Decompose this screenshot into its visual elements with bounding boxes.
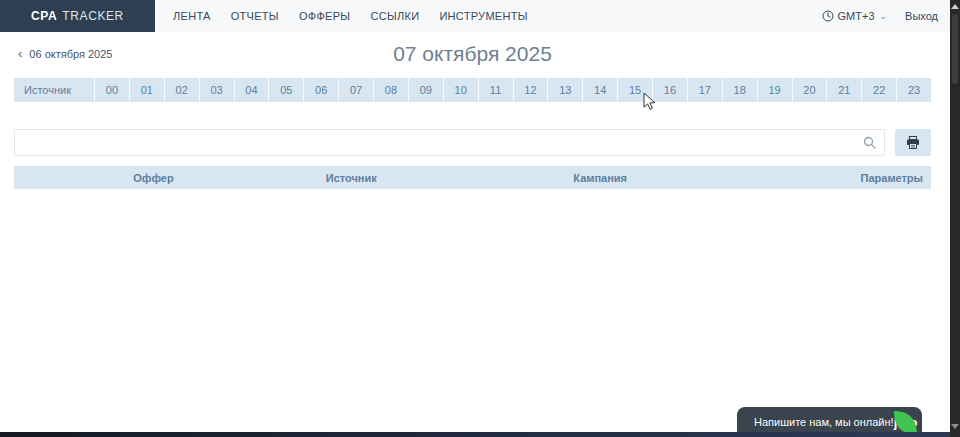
clock-icon [822,10,834,22]
nav-menu-item[interactable]: ССЫЛКИ [360,10,429,22]
hour-cell[interactable]: 16 [652,78,687,102]
hour-cell[interactable]: 12 [513,78,548,102]
table-column-header: Параметры [839,172,931,184]
table-column-header: Источник [326,172,574,184]
page-title: 07 октября 2025 [14,32,931,66]
main-content: ‹ 06 октября 2025 07 октября 2025 Источн… [14,32,931,189]
scrollbar-thumb[interactable] [952,14,958,84]
nav-right-group: GMT+3 ⌄ Выход [822,0,950,32]
timezone-selector[interactable]: GMT+3 ⌄ [822,10,888,22]
hour-cell[interactable]: 07 [338,78,373,102]
hour-cell[interactable]: 21 [826,78,861,102]
top-navigation-bar: CPA TRACKER ЛЕНТАОТЧЕТЫОФФЕРЫССЫЛКИИНСТР… [0,0,950,32]
hour-cell[interactable]: 05 [268,78,303,102]
previous-date-label: 06 октября 2025 [29,48,112,60]
chevron-left-icon: ‹ [18,47,22,60]
hour-cell[interactable]: 09 [408,78,443,102]
hours-header-row: Источник 0001020304050607080910111213141… [14,78,931,102]
search-toolbar [14,129,931,156]
bottom-footer-strip [0,432,950,437]
print-button[interactable] [895,129,931,156]
nav-menu: ЛЕНТАОТЧЕТЫОФФЕРЫССЫЛКИИНСТРУМЕНТЫ [163,0,538,32]
hour-cell[interactable]: 11 [478,78,513,102]
hour-cell[interactable]: 20 [792,78,827,102]
search-box [14,129,885,156]
scrollbar-down-arrow-icon[interactable] [951,424,959,429]
nav-menu-item[interactable]: ЛЕНТА [163,10,221,22]
vertical-scrollbar[interactable] [950,0,960,437]
hour-cell[interactable]: 02 [164,78,199,102]
hour-cell[interactable]: 23 [896,78,931,102]
scrollbar-up-arrow-icon[interactable] [951,4,959,9]
chat-message: Напишите нам, мы онлайн! [754,416,894,428]
hour-cell[interactable]: 19 [757,78,792,102]
nav-menu-item[interactable]: ОТЧЕТЫ [221,10,289,22]
printer-icon [906,136,920,149]
hour-cell[interactable]: 04 [234,78,269,102]
hour-cell[interactable]: 14 [582,78,617,102]
hours-row-source-label: Источник [14,78,94,102]
hour-cell[interactable]: 17 [687,78,722,102]
app-logo-bold: CPA [31,9,57,23]
date-navigation-row: ‹ 06 октября 2025 07 октября 2025 [14,32,931,78]
hour-cells: 0001020304050607080910111213141516171819… [94,78,931,102]
hour-cell[interactable]: 01 [129,78,164,102]
hour-cell[interactable]: 13 [547,78,582,102]
nav-menu-item[interactable]: ОФФЕРЫ [289,10,361,22]
hour-cell[interactable]: 10 [443,78,478,102]
hour-cell[interactable]: 08 [373,78,408,102]
hour-cell[interactable]: 03 [199,78,234,102]
app-logo-rest: TRACKER [62,9,124,23]
hour-cell[interactable]: 00 [94,78,129,102]
table-column-header: Оффер [133,172,326,184]
search-input[interactable] [14,129,885,156]
chevron-down-icon: ⌄ [880,11,888,21]
table-column-header: Кампания [573,172,839,184]
hour-cell[interactable]: 06 [303,78,338,102]
hour-cell[interactable]: 18 [722,78,757,102]
report-table-header: ОфферИсточникКампанияПараметры [14,166,931,189]
logout-link[interactable]: Выход [905,10,938,22]
nav-menu-item[interactable]: ИНСТРУМЕНТЫ [429,10,537,22]
previous-date-link[interactable]: ‹ 06 октября 2025 [18,47,112,60]
hour-cell[interactable]: 22 [861,78,896,102]
hour-cell[interactable]: 15 [617,78,652,102]
app-logo[interactable]: CPA TRACKER [0,0,155,32]
timezone-label: GMT+3 [838,10,875,22]
